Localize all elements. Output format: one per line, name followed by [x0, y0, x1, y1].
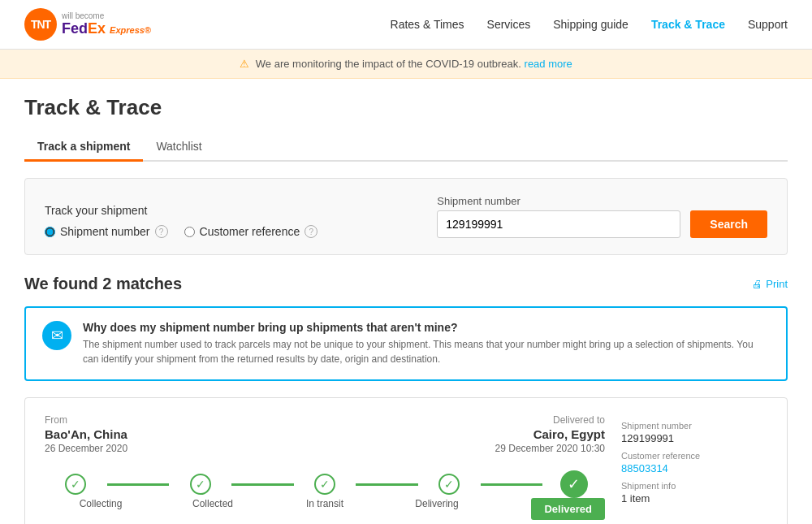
customer-help-icon[interactable]: ? — [304, 225, 317, 238]
meta-label-2: Shipment info — [621, 481, 767, 491]
shipment-number-input[interactable] — [437, 210, 680, 238]
radio-shipment-number: Shipment number ? — [45, 225, 168, 238]
info-box-content: Why does my shipment number bring up shi… — [83, 321, 770, 366]
nav-shipping-guide[interactable]: Shipping guide — [553, 18, 628, 31]
radio-customer-input[interactable] — [184, 227, 195, 237]
results-header: We found 2 matches 🖨 Print — [24, 275, 788, 293]
meta-value-0: 129199991 — [621, 432, 767, 444]
to-date: 29 December 2020 10:30 — [495, 443, 605, 454]
covid-text: We are monitoring the impact of the COVI… — [256, 58, 521, 70]
radio-customer-ref: Customer reference ? — [184, 225, 318, 238]
step-in-transit: ✓ — [294, 474, 356, 495]
label-delivering: Delivering — [381, 498, 493, 520]
shipment-row: From Bao'An, China 26 December 2020 Deli… — [45, 414, 767, 520]
track-form-row: Shipment number Search — [437, 195, 767, 238]
meta-value-2: 1 item — [621, 492, 767, 505]
nav-services[interactable]: Services — [487, 18, 531, 31]
progress-section: ✓ ✓ ✓ — [45, 470, 605, 520]
radio-customer-label: Customer reference — [200, 225, 300, 238]
logo-area: TNT will become FedEx Express® — [24, 8, 151, 41]
track-form-inner: Track your shipment Shipment number ? Cu… — [45, 195, 767, 238]
radio-shipment-input[interactable] — [45, 227, 55, 237]
info-title: Why does my shipment number bring up shi… — [83, 321, 770, 334]
label-delivered: Delivered — [493, 498, 605, 520]
nav-rates-times[interactable]: Rates & Times — [391, 18, 464, 31]
radio-group: Shipment number ? Customer reference ? — [45, 225, 317, 238]
shipment-to: Delivered to Cairo, Egypt 29 December 20… — [495, 414, 605, 454]
steps-row: ✓ ✓ ✓ — [45, 470, 605, 498]
tab-watchlist[interactable]: Watchlist — [143, 133, 214, 162]
step-delivering: ✓ — [418, 474, 481, 495]
shipment-help-icon[interactable]: ? — [155, 225, 168, 238]
shipment-from: From Bao'An, China 26 December 2020 — [45, 414, 127, 454]
tabs: Track a shipment Watchlist — [24, 133, 788, 162]
tnt-logo: TNT — [24, 8, 57, 41]
from-city: Bao'An, China — [45, 427, 127, 441]
step-circle-in-transit: ✓ — [314, 474, 335, 495]
header: TNT will become FedEx Express® Rates & T… — [0, 0, 812, 50]
warning-icon: ⚠ — [240, 58, 249, 70]
from-label: From — [45, 414, 127, 426]
meta-label-0: Shipment number — [621, 421, 767, 431]
printer-icon: 🖨 — [752, 278, 762, 290]
to-label: Delivered to — [495, 414, 605, 426]
nav-track-trace[interactable]: Track & Trace — [651, 18, 725, 31]
results-title: We found 2 matches — [24, 275, 182, 293]
track-form-right: Shipment number Search — [437, 195, 767, 238]
will-become-text: will become — [62, 11, 151, 20]
step-circle-delivering: ✓ — [438, 474, 460, 495]
shipment-meta-panel: Shipment number 129199991 Customer refer… — [621, 414, 767, 520]
meta-value-1: 88503314 — [621, 462, 767, 474]
shipment-number-label: Shipment number — [437, 195, 680, 207]
step-circle-delivered: ✓ — [560, 470, 588, 498]
step-circle-collected: ✓ — [190, 474, 211, 495]
step-line-1 — [107, 483, 170, 486]
shipment-top: From Bao'An, China 26 December 2020 Deli… — [45, 414, 605, 454]
covid-banner: ⚠ We are monitoring the impact of the CO… — [0, 50, 812, 79]
shipment-number-group: Shipment number — [437, 195, 680, 238]
step-circle-collecting: ✓ — [65, 474, 86, 495]
message-icon: ✉ — [51, 327, 63, 344]
label-collected: Collected — [157, 498, 269, 520]
fedex-logo: FedEx Express® — [62, 20, 151, 37]
main-nav: Rates & Times Services Shipping guide Tr… — [391, 18, 788, 31]
covid-read-more[interactable]: read more — [525, 58, 572, 70]
track-form-section: Track your shipment Shipment number ? Cu… — [24, 178, 788, 255]
logo-text: will become FedEx Express® — [62, 11, 151, 37]
page-title: Track & Trace — [24, 95, 788, 120]
step-line-4 — [481, 483, 543, 486]
to-city: Cairo, Egypt — [495, 427, 605, 441]
info-icon-circle: ✉ — [42, 321, 71, 350]
from-date: 26 December 2020 — [45, 443, 127, 454]
step-collected: ✓ — [169, 474, 231, 495]
shipment-left-panel: From Bao'An, China 26 December 2020 Deli… — [45, 414, 605, 520]
delivered-badge: Delivered — [531, 498, 605, 520]
track-form-label: Track your shipment — [45, 204, 317, 217]
meta-label-1: Customer reference — [621, 451, 767, 461]
label-in-transit: In transit — [269, 498, 381, 520]
info-text: The shipment number used to track parcel… — [83, 337, 770, 366]
main-content: Track & Trace Track a shipment Watchlist… — [0, 79, 812, 524]
nav-support[interactable]: Support — [748, 18, 788, 31]
radio-shipment-label: Shipment number — [60, 225, 150, 238]
print-label: Print — [766, 278, 788, 290]
progress-labels: Collecting Collected In transit Deliveri… — [45, 498, 605, 520]
tab-track-shipment[interactable]: Track a shipment — [24, 133, 143, 162]
track-form-left: Track your shipment Shipment number ? Cu… — [45, 204, 317, 238]
step-line-2 — [231, 483, 294, 486]
step-delivered: ✓ — [542, 470, 605, 498]
search-button[interactable]: Search — [690, 210, 767, 238]
step-line-3 — [356, 483, 418, 486]
info-box: ✉ Why does my shipment number bring up s… — [24, 306, 788, 381]
step-collecting: ✓ — [45, 474, 107, 495]
shipment-card: From Bao'An, China 26 December 2020 Deli… — [24, 397, 788, 524]
label-collecting: Collecting — [45, 498, 157, 520]
print-button[interactable]: 🖨 Print — [752, 278, 788, 290]
